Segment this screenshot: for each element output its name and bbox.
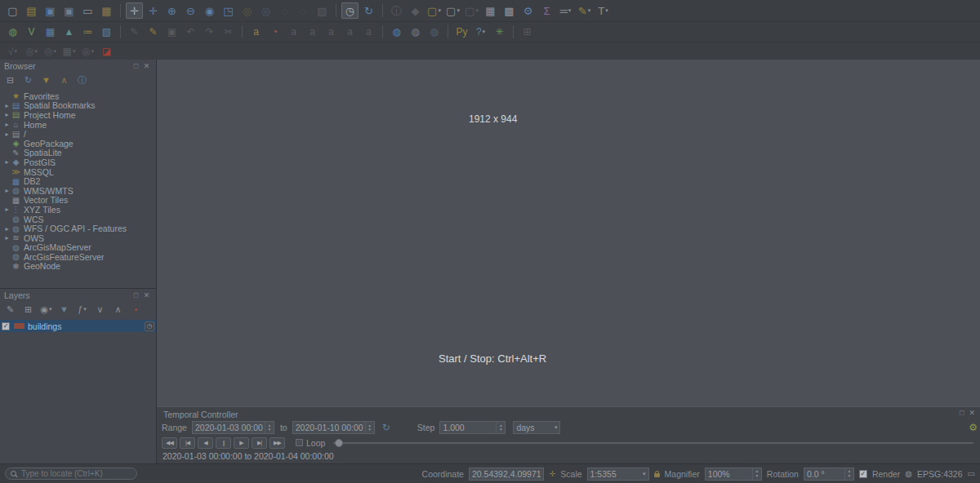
coordinate-input[interactable]: [469, 467, 544, 481]
browser-item-favorites[interactable]: ★ Favorites: [0, 91, 156, 101]
spinner-down-icon[interactable]: ▾: [755, 474, 758, 479]
open-attribute-table-icon[interactable]: ▦: [482, 2, 499, 19]
temporal-layer-indicator-icon[interactable]: ◷: [145, 321, 154, 331]
add-virtual-layer-icon[interactable]: ▧: [98, 24, 115, 40]
fast-forward-button[interactable]: ▶▶: [270, 437, 285, 449]
browser-item-geopackage[interactable]: ◈ GeoPackage: [0, 139, 156, 148]
range-start-input[interactable]: [192, 421, 274, 434]
close-panel-icon[interactable]: ✕: [969, 409, 975, 417]
expand-arrow-icon[interactable]: ▸: [3, 158, 11, 166]
filter-expression-icon[interactable]: ƒ ▾: [75, 303, 89, 316]
save-project-as-icon[interactable]: ▣: [60, 2, 78, 19]
add-group-icon[interactable]: ⊞: [21, 303, 35, 316]
pan-map-icon[interactable]: ✛: [126, 2, 143, 19]
browser-item-home[interactable]: ▸ ⌂ Home: [0, 120, 156, 130]
browser-item-ows[interactable]: ▸ ≋ OWS: [0, 233, 156, 243]
zoom-to-layer-icon[interactable]: ◎: [257, 2, 274, 19]
help-icon[interactable]: ? ▾: [472, 24, 489, 40]
text-annotation-icon[interactable]: T ▾: [595, 2, 612, 19]
label-rotate-icon[interactable]: a: [341, 24, 359, 40]
label-move-icon[interactable]: a: [323, 24, 340, 40]
zoom-out-icon[interactable]: ⊖: [182, 2, 199, 19]
scale-combo[interactable]: 1:5355 ▾: [587, 467, 649, 481]
deselect-features-icon[interactable]: ▢ ▾: [463, 2, 480, 19]
layer-visibility-checkbox[interactable]: ✓: [2, 322, 10, 330]
zoom-next-icon[interactable]: ◌: [295, 2, 312, 19]
browser-properties-icon[interactable]: ⓘ: [75, 73, 89, 86]
browser-item-vector-tiles[interactable]: ▦ Vector Tiles: [0, 196, 156, 206]
cut-features-icon[interactable]: ✂: [220, 24, 237, 40]
browser-item-root[interactable]: ▸ ▤ /: [0, 129, 156, 139]
expand-arrow-icon[interactable]: ▸: [3, 111, 11, 118]
crs-label[interactable]: EPSG:4326: [917, 469, 962, 479]
select-features-icon[interactable]: ▢ ▾: [425, 2, 443, 19]
browser-collapse-icon[interactable]: ∧: [57, 73, 71, 86]
float-panel-icon[interactable]: □: [960, 409, 964, 417]
identify-features-icon[interactable]: ⓘ: [388, 2, 405, 19]
slider-handle[interactable]: [335, 439, 343, 447]
expand-arrow-icon[interactable]: ▸: [3, 234, 11, 242]
refresh-map-icon[interactable]: ↻: [360, 2, 377, 19]
close-panel-icon[interactable]: ✕: [141, 291, 152, 299]
pause-button[interactable]: ||: [216, 437, 231, 449]
skip-to-end-button[interactable]: ▶|: [252, 437, 267, 449]
shape-tool-combo-icon[interactable]: ◎ ▾: [79, 43, 96, 60]
locator-input[interactable]: [20, 468, 131, 479]
browser-item-arcgis-map-server[interactable]: ◍ ArcGisMapServer: [0, 243, 156, 253]
options-icon[interactable]: ⚙: [519, 2, 537, 19]
play-backward-button[interactable]: ◀: [198, 437, 213, 449]
label-change-icon[interactable]: a: [360, 24, 377, 40]
float-panel-icon[interactable]: □: [131, 291, 141, 299]
layer-row-buildings[interactable]: ✓ buildings ◷: [0, 320, 156, 332]
data-source-manager-icon[interactable]: ◍: [4, 24, 21, 40]
run-feature-action-icon[interactable]: ◆: [407, 2, 424, 19]
browser-item-wms[interactable]: ▸ ◍ WMS/WMTS: [0, 186, 156, 196]
zoom-full-icon[interactable]: ◳: [220, 2, 237, 19]
browser-item-postgis[interactable]: ▸ ◆ PostGIS: [0, 157, 156, 167]
field-calculator-icon[interactable]: ▩: [501, 2, 518, 19]
render-checkbox[interactable]: ✓: [859, 470, 867, 478]
skip-to-start-button[interactable]: |◀: [180, 437, 195, 449]
plugin-red-icon[interactable]: ◪: [98, 43, 115, 60]
browser-item-wfs[interactable]: ▸ ◍ WFS / OGC API - Features: [0, 224, 156, 233]
browser-item-mssql[interactable]: ≫ MSSQL: [0, 167, 156, 177]
expand-arrow-icon[interactable]: ▸: [3, 225, 11, 233]
map-themes-icon[interactable]: ◉ ▾: [39, 303, 53, 316]
expand-arrow-icon[interactable]: ▸: [3, 121, 11, 128]
messages-icon[interactable]: ▭: [968, 469, 975, 478]
browser-item-xyz-tiles[interactable]: ▸ ⋮ XYZ Tiles: [0, 205, 156, 215]
float-panel-icon[interactable]: □: [131, 62, 141, 70]
grid-tool-combo-icon[interactable]: ▦ ▾: [60, 43, 78, 60]
expand-all-icon[interactable]: ∨: [93, 303, 107, 316]
web-menu-icon[interactable]: ◍: [407, 24, 424, 40]
browser-item-wcs[interactable]: ◍ WCS: [0, 215, 156, 224]
spinner-down-icon[interactable]: ▾: [500, 428, 502, 432]
spinner-down-icon[interactable]: ▾: [368, 428, 371, 432]
temporal-settings-gear-icon[interactable]: ⚙: [969, 422, 978, 433]
close-panel-icon[interactable]: ✕: [141, 62, 152, 70]
browser-item-arcgis-feature-server[interactable]: ◍ ArcGisFeatureServer: [0, 252, 156, 262]
layer-diagram-icon[interactable]: ◔: [266, 24, 283, 40]
expand-arrow-icon[interactable]: ▸: [3, 206, 11, 213]
label-highlight-icon[interactable]: a: [304, 24, 321, 40]
metasearch-icon[interactable]: ◍: [388, 24, 405, 40]
osm-search-icon[interactable]: ◍: [425, 24, 443, 40]
browser-item-spatial-bookmarks[interactable]: ▸ ▤ Spatial Bookmarks: [0, 101, 156, 111]
expand-arrow-icon[interactable]: ▸: [3, 131, 11, 138]
label-pin-icon[interactable]: a: [285, 24, 302, 40]
toggle-editing-icon[interactable]: ✎: [145, 24, 162, 40]
browser-add-layers-icon[interactable]: ⊟: [3, 73, 17, 86]
range-end-input[interactable]: [292, 421, 375, 434]
undo-icon[interactable]: ↶: [182, 24, 199, 40]
select-by-value-icon[interactable]: ▢ ▾: [444, 2, 461, 19]
ellipse-tool-combo-icon[interactable]: ◎ ▾: [42, 43, 59, 60]
play-forward-button[interactable]: ▶: [234, 437, 249, 449]
statistical-summary-icon[interactable]: Σ: [538, 2, 555, 19]
lock-scale-icon[interactable]: [654, 473, 660, 477]
save-project-icon[interactable]: ▣: [42, 2, 59, 19]
collapse-all-icon[interactable]: ∧: [111, 303, 125, 316]
browser-filter-icon[interactable]: ▼: [39, 73, 53, 86]
annotation-icon[interactable]: ✎ ▾: [576, 2, 593, 19]
zoom-native-icon[interactable]: ◉: [201, 2, 218, 19]
select-tool-combo-icon[interactable]: √ ▾: [4, 43, 21, 60]
